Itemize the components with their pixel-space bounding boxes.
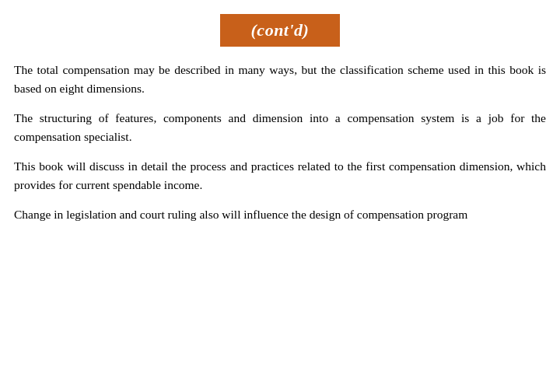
title-banner: (cont'd) bbox=[220, 14, 341, 47]
paragraph-1: The total compensation may be described … bbox=[14, 61, 546, 98]
page-container: (cont'd) The total compensation may be d… bbox=[0, 0, 560, 392]
paragraph-3: This book will discuss in detail the pro… bbox=[14, 157, 546, 194]
paragraph-2: The structuring of features, components … bbox=[14, 109, 546, 146]
content-area: The total compensation may be described … bbox=[8, 61, 552, 235]
title-text: (cont'd) bbox=[251, 20, 310, 40]
paragraph-4: Change in legislation and court ruling a… bbox=[14, 205, 546, 224]
